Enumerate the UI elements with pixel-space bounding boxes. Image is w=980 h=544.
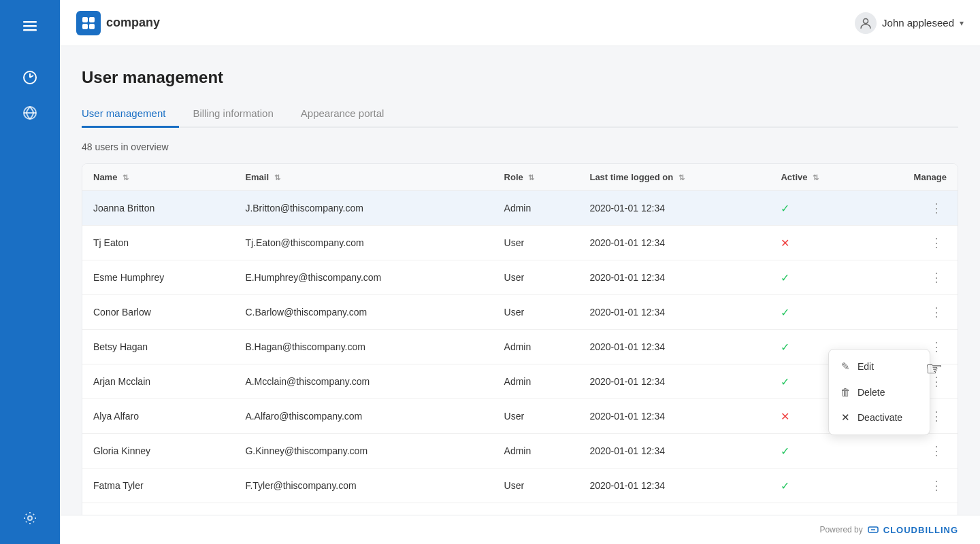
cell-email: G.Kinney@thiscompany.com <box>234 434 493 469</box>
page-title: User management <box>82 68 958 87</box>
manage-button[interactable]: ⋮ <box>926 303 947 321</box>
table-row: Conor Barlow C.Barlow@thiscompany.com Us… <box>82 295 958 330</box>
chart-icon[interactable] <box>15 98 45 128</box>
cell-name: Arjan Mcclain <box>82 364 234 399</box>
deactivate-label: Deactivate <box>858 412 902 423</box>
table-row: Gloria Kinney G.Kinney@thiscompany.com A… <box>82 434 958 469</box>
col-name[interactable]: Name ⇅ <box>82 164 234 191</box>
cell-manage: ⋮ <box>868 260 958 295</box>
cell-role: Admin <box>493 364 579 399</box>
active-x-icon: ✕ <box>781 411 789 422</box>
users-count: 48 users in overview <box>82 141 958 152</box>
logo-text: company <box>106 16 160 30</box>
active-check-icon: ✓ <box>781 480 789 492</box>
manage-button[interactable]: ⋮ <box>926 477 947 494</box>
cell-email: A.Alfaro@thiscompany.com <box>234 399 493 434</box>
cell-role: User <box>493 503 579 515</box>
col-active[interactable]: Active ⇅ <box>770 164 868 191</box>
active-check-icon: ✓ <box>781 272 789 284</box>
cell-name: Joanna Britton <box>82 191 234 226</box>
cell-manage: ⋮ <box>868 295 958 330</box>
cell-manage: ⋮ <box>868 503 958 515</box>
col-email[interactable]: Email ⇅ <box>234 164 493 191</box>
user-name: John appleseed <box>882 17 954 29</box>
cell-name: Conor Barlow <box>82 295 234 330</box>
cell-role: Admin <box>493 434 579 469</box>
cell-role: Admin <box>493 330 579 364</box>
logo-icon <box>76 11 101 35</box>
tab-user-management[interactable]: User management <box>82 101 179 128</box>
cell-active: ✓ <box>770 434 868 469</box>
svg-rect-0 <box>23 21 37 23</box>
manage-button[interactable]: ⋮ <box>926 234 947 252</box>
manage-button[interactable]: ⋮ <box>926 269 947 286</box>
col-manage: Manage <box>868 164 958 191</box>
cell-last-login: 2020-01-01 12:34 <box>578 226 770 260</box>
sort-name-icon: ⇅ <box>122 173 129 182</box>
cell-role: User <box>493 260 579 295</box>
table-row: Alya Alfaro A.Alfaro@thiscompany.com Use… <box>82 399 958 434</box>
cell-email: J.Britton@thiscompany.com <box>234 191 493 226</box>
cell-last-login: 2020-01-01 12:34 <box>578 469 770 503</box>
active-check-icon: ✓ <box>781 376 789 388</box>
context-menu-delete[interactable]: 🗑 Delete <box>829 379 930 405</box>
cell-active: ✓ <box>770 191 868 226</box>
svg-point-5 <box>28 516 32 520</box>
footer: Powered by CLOUDBILLING <box>60 515 980 544</box>
table-row: Arjan Mcclain A.Mcclain@thiscompany.com … <box>82 364 958 399</box>
powered-by-text: Powered by <box>819 525 862 534</box>
tab-billing[interactable]: Billing information <box>179 101 287 128</box>
col-last-login[interactable]: Last time logged on ⇅ <box>578 164 770 191</box>
svg-rect-9 <box>89 24 95 29</box>
col-role[interactable]: Role ⇅ <box>493 164 579 191</box>
sort-email-icon: ⇅ <box>274 173 280 182</box>
sidebar <box>0 0 60 544</box>
cell-email: A.Mcclain@thiscompany.com <box>234 364 493 399</box>
manage-button[interactable]: ⋮ <box>926 199 947 217</box>
manage-button[interactable]: ⋮ <box>926 442 947 460</box>
menu-icon[interactable] <box>15 11 45 41</box>
edit-label: Edit <box>858 361 874 372</box>
cell-manage: ⋮ <box>868 469 958 503</box>
cell-last-login: 2020-01-01 12:34 <box>578 399 770 434</box>
cell-last-login: 2020-01-01 12:34 <box>578 191 770 226</box>
cell-last-login: 2020-01-01 12:34 <box>578 330 770 364</box>
context-menu-edit[interactable]: ✎ Edit <box>829 354 930 379</box>
cell-name: Fatma Tyler <box>82 469 234 503</box>
cell-email: B.Hagan@thiscompany.com <box>234 330 493 364</box>
cell-name: Gloria Kinney <box>82 434 234 469</box>
tab-appearance[interactable]: Appearance portal <box>287 101 398 128</box>
svg-rect-6 <box>82 17 88 22</box>
context-menu-deactivate[interactable]: ✕ Deactivate <box>829 405 930 430</box>
settings-icon[interactable] <box>15 503 45 533</box>
cell-email: F.Tyler@thiscompany.com <box>234 469 493 503</box>
cell-active: ✓ <box>770 260 868 295</box>
cell-active: ✓ <box>770 469 868 503</box>
cell-role: Admin <box>493 191 579 226</box>
svg-rect-7 <box>89 17 95 22</box>
cell-active: ✓ <box>770 295 868 330</box>
manage-button[interactable]: ⋮ <box>926 511 947 515</box>
cell-active <box>770 503 868 515</box>
logo: company <box>76 11 160 35</box>
table-row: Esme Humphrey E.Humphrey@thiscompany.com… <box>82 260 958 295</box>
cell-name: Esme Humphrey <box>82 260 234 295</box>
dashboard-icon[interactable] <box>15 63 45 92</box>
delete-icon: 🗑 <box>840 386 851 398</box>
cell-name: Tj Eaton <box>82 226 234 260</box>
page-content: User management User management Billing … <box>60 46 980 515</box>
cell-role: User <box>493 399 579 434</box>
svg-rect-1 <box>23 25 37 27</box>
chevron-down-icon: ▾ <box>960 18 964 28</box>
footer-brand: CLOUDBILLING <box>883 525 958 535</box>
active-check-icon: ✓ <box>781 307 789 318</box>
cell-name: Taybah Long <box>82 503 234 515</box>
edit-icon: ✎ <box>840 360 851 373</box>
svg-rect-2 <box>23 29 37 31</box>
table-row: Betsy Hagan B.Hagan@thiscompany.com Admi… <box>82 330 958 364</box>
table-row: Fatma Tyler F.Tyler@thiscompany.com User… <box>82 469 958 503</box>
cell-last-login: 2020-01-01 12:34 <box>578 260 770 295</box>
cell-last-login: 2020-01-01 12:34 <box>578 295 770 330</box>
delete-label: Delete <box>858 387 885 398</box>
user-menu[interactable]: John appleseed ▾ <box>855 12 964 34</box>
